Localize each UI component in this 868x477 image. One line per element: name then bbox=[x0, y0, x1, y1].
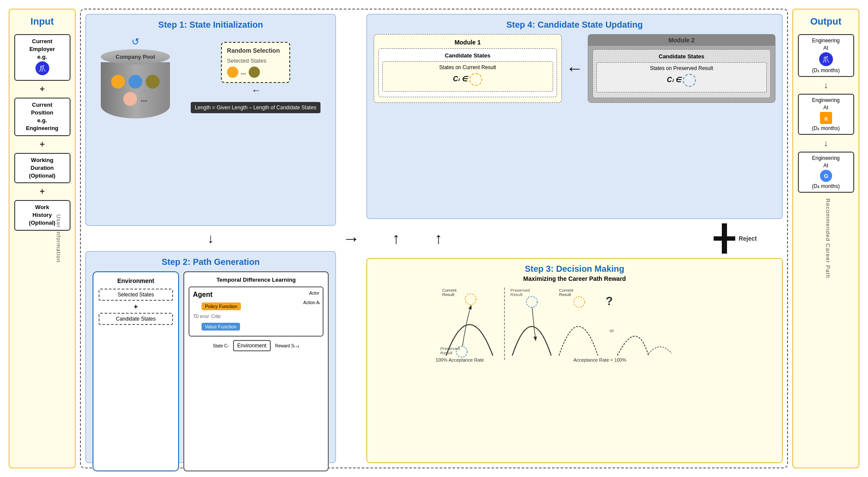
h-crossbar bbox=[714, 236, 735, 241]
left-steps: Step 1: State Initialization ↺ Company P… bbox=[85, 14, 336, 463]
reject-container: Reject bbox=[714, 223, 757, 254]
right-peak-current bbox=[559, 327, 598, 356]
cylinder-body: ... bbox=[101, 62, 170, 118]
ellipsis-1: ... bbox=[141, 95, 147, 104]
step2-panel: Step 2: Path Generation Environment Sele… bbox=[85, 251, 336, 463]
input-panel: Input CurrentEmployere.g. 爪 + CurrentPos… bbox=[9, 9, 76, 468]
output-panel: Output Engineering At 爪 (D₁ months) ↓ En… bbox=[792, 9, 859, 468]
output-arrow-1: ↓ bbox=[824, 80, 828, 90]
current-result-circle-right bbox=[574, 296, 585, 307]
action-label: Action Aₜ bbox=[303, 300, 320, 305]
states-current-label: States on Current Result bbox=[439, 64, 496, 70]
svg-text:Result: Result bbox=[442, 292, 455, 297]
agent-label: Agent bbox=[193, 291, 212, 299]
or-label: or bbox=[610, 328, 615, 333]
step4-content: Module 1 Candidate States States on Curr… bbox=[374, 34, 775, 103]
svg-text:a: a bbox=[824, 115, 828, 122]
h-shape bbox=[714, 223, 735, 254]
step2-to-step3-arrow: → bbox=[343, 229, 360, 248]
acceptance-less-label: Acceptance Rate < 100% bbox=[573, 357, 626, 363]
left-peak-curve bbox=[446, 324, 493, 356]
svg-text:Result: Result bbox=[510, 292, 522, 297]
up-arrows-container: ↑ ↑ bbox=[392, 229, 442, 248]
value-function: Value Function bbox=[202, 323, 240, 331]
reward-label: Reward Sₜ₊₁ bbox=[275, 343, 299, 348]
selected-ellipsis: ... bbox=[241, 69, 246, 76]
preserved-result-text-right: Preserved bbox=[510, 288, 530, 293]
output-duration-1: (D₁ months) bbox=[812, 67, 839, 73]
step3-svg: Current Result Preserved Result bbox=[374, 286, 775, 363]
selected-states-label: Selected States bbox=[227, 57, 284, 64]
svg-text:Result: Result bbox=[440, 350, 452, 355]
step1-arrow-area: Random Selection Selected States ... ↑ bbox=[191, 42, 321, 113]
module-arrow: ← bbox=[566, 34, 583, 103]
circle-orange bbox=[469, 73, 482, 86]
current-peak-circle bbox=[465, 294, 476, 305]
agent-box: Agent Actor Policy Function TD error Cri… bbox=[189, 286, 323, 337]
output-position-3: Engineering bbox=[812, 155, 839, 161]
step34-arrows: ↑ ↑ Reject bbox=[366, 223, 783, 254]
selected-states-env: Selected States bbox=[99, 289, 173, 301]
policy-function: Policy Function bbox=[202, 302, 241, 310]
right-peak-preserved bbox=[512, 327, 551, 356]
output-arrow-2: ↓ bbox=[824, 138, 828, 148]
dot-blue-1 bbox=[128, 75, 142, 89]
td-error-label: TD error bbox=[193, 314, 209, 319]
step4-panel: Step 4: Candidate State Updating Module … bbox=[366, 14, 783, 219]
env-plus: + bbox=[99, 303, 173, 311]
input-employer-box: CurrentEmployere.g. 爪 bbox=[14, 34, 70, 81]
module1-candidate-title: Candidate States bbox=[382, 52, 553, 59]
down-arrow-preserved bbox=[532, 307, 535, 340]
selected-dots: ... bbox=[227, 67, 284, 78]
module1-candidate-states: Candidate States States on Current Resul… bbox=[378, 48, 557, 97]
step1-to-step2-arrow: ↓ bbox=[85, 231, 336, 246]
random-selection-box: Random Selection Selected States ... bbox=[221, 42, 290, 83]
module1-title: Module 1 bbox=[378, 39, 557, 46]
module1-states-on-result: States on Current Result Cᵢ ∈ bbox=[382, 61, 553, 92]
recommended-label: Recommended Career Path bbox=[825, 199, 831, 279]
google-icon: G bbox=[820, 170, 832, 182]
up-arrow-left: ↑ bbox=[392, 229, 400, 248]
output-duration-3: (D₃ months) bbox=[812, 183, 839, 189]
circle-blue bbox=[683, 74, 696, 87]
module2-candidate-title: Candidate States bbox=[596, 53, 767, 60]
td-learning-box: Temporal Difference Learning Agent Actor bbox=[183, 271, 329, 471]
step1-panel: Step 1: State Initialization ↺ Company P… bbox=[85, 14, 336, 226]
module2-candidate-states: Candidate States States on Preserved Res… bbox=[593, 49, 771, 98]
step3-title-line1: Step 3: Decision Making bbox=[525, 264, 624, 273]
preserved-result-text-left: Preserved bbox=[440, 346, 460, 351]
center-area: Step 1: State Initialization ↺ Company P… bbox=[80, 9, 788, 468]
module2-title: Module 2 bbox=[588, 35, 775, 46]
svg-text:爪: 爪 bbox=[823, 56, 830, 63]
output-baidu-icon: 爪 bbox=[819, 52, 833, 66]
amazon-icon: a bbox=[820, 112, 832, 124]
length-label: Length = Given Length – Length of Candid… bbox=[195, 105, 317, 111]
right-right-curve bbox=[618, 336, 649, 356]
step3-title: Step 3: Decision Making bbox=[525, 264, 624, 274]
selected-dot-olive bbox=[249, 67, 260, 78]
module2-formula: Cᵢ ∈ bbox=[599, 74, 764, 87]
up-arrow-right: ↑ bbox=[435, 229, 442, 248]
small-sub-curve bbox=[649, 347, 672, 354]
output-duration-2: (D₂ months) bbox=[812, 125, 839, 131]
amazon-svg: a bbox=[820, 112, 832, 124]
step3-panel: Step 3: Decision Making Maximizing the C… bbox=[366, 258, 783, 463]
cylinder-top: Company Pool bbox=[101, 49, 170, 64]
actor-label: Actor bbox=[309, 291, 319, 296]
td-error-area: TD error Critic bbox=[193, 314, 319, 319]
output-position-2: Engineering bbox=[812, 97, 839, 103]
module2-states-on-result: States on Preserved Result Cᵢ ∈ bbox=[596, 62, 767, 92]
cylinder-container: ↺ Company Pool ... bbox=[101, 36, 170, 118]
plus-sign-1: + bbox=[40, 84, 45, 94]
step2-title: Step 2: Path Generation bbox=[93, 257, 329, 267]
baidu-icon: 爪 bbox=[35, 61, 49, 75]
output-item-3: Engineering At G (D₃ months) bbox=[798, 152, 854, 193]
module1-formula: Cᵢ ∈ bbox=[385, 73, 550, 86]
module2-box: Module 2 Candidate States States on Pres… bbox=[588, 34, 776, 103]
environment-bottom: Environment bbox=[233, 340, 271, 351]
company-pool-label: Company Pool bbox=[115, 54, 155, 60]
svg-text:G: G bbox=[823, 173, 828, 179]
reject-label: Reject bbox=[739, 235, 757, 242]
step3-title-area: Step 3: Decision Making bbox=[374, 264, 775, 274]
user-info-label: User Information bbox=[55, 214, 61, 263]
